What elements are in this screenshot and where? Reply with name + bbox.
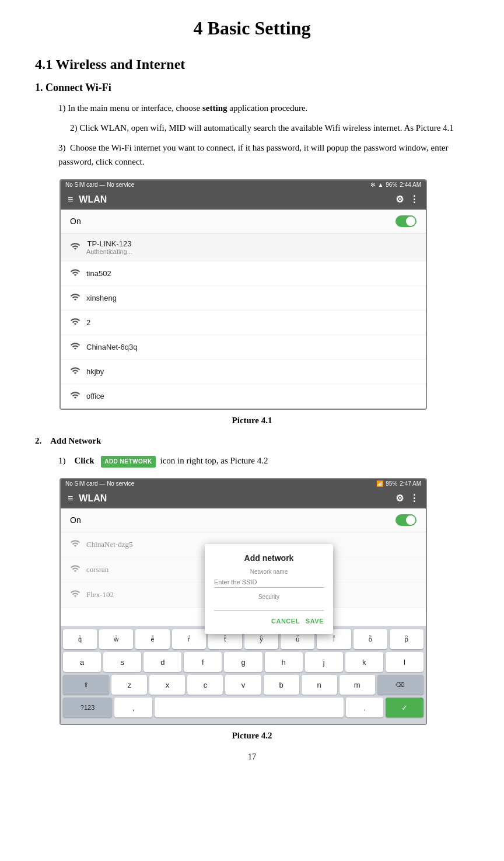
kb-key-b[interactable]: b [264, 675, 299, 695]
picture1-container: No SIM card — No service ✻ ▲ 96% 2:44 AM… [35, 179, 469, 412]
menu-icon-2: ≡ [68, 493, 73, 504]
network-item-1[interactable]: tina502 [61, 262, 426, 286]
app-bar-left-2: ≡ WLAN [68, 493, 107, 504]
toggle-label-2: On [70, 515, 81, 525]
wifi-icon-1 [70, 267, 80, 280]
kb-key-d[interactable]: d [144, 652, 181, 672]
status-bar-2: No SIM card — No service 📶 95% 2:47 AM [61, 479, 426, 488]
kb-enter-key[interactable]: ✓ [386, 698, 424, 717]
kb-backspace-key[interactable]: ⌫ [377, 675, 424, 695]
network-name-1: tina502 [86, 269, 111, 278]
app-bar-2: ≡ WLAN ⚙ ⋮ [61, 488, 426, 508]
picture1-inner: No SIM card — No service ✻ ▲ 96% 2:44 AM… [60, 179, 427, 410]
network-name-3: 2 [86, 318, 90, 327]
picture1-caption: Picture 4.1 [35, 416, 469, 426]
dialog-cancel-button[interactable]: CANCEL [271, 618, 300, 625]
status-bar-1: No SIM card — No service ✻ ▲ 96% 2:44 AM [61, 180, 426, 189]
subsection1-title: 1. Connect Wi-Fi [35, 82, 469, 94]
kb-key-o[interactable]: 9o [354, 629, 387, 649]
kb-period-key[interactable]: . [346, 698, 384, 717]
click-label: Click [75, 456, 94, 465]
signal-icon: ▲ [377, 182, 383, 188]
toggle-switch-1[interactable] [396, 215, 416, 227]
wifi-lock-icon-4 [70, 341, 80, 353]
kb-key-m[interactable]: m [340, 675, 375, 695]
network-name-0: TP-LINK-123 [86, 239, 132, 248]
kb-key-l[interactable]: l [386, 652, 424, 672]
kb-key-e[interactable]: 3e [135, 629, 169, 649]
kb-num-switch-key[interactable]: ?123 [63, 698, 112, 717]
kb-row-3: ⇧ z x c v b n m ⌫ [63, 675, 424, 695]
kb-key-z[interactable]: z [111, 675, 147, 695]
picture2-inner: No SIM card — No service 📶 95% 2:47 AM ≡… [60, 478, 427, 725]
network-name-p2-1: corsran [86, 565, 108, 574]
step1-line: 1) In the main menu or interface, choose… [58, 101, 469, 115]
kb-key-a[interactable]: a [63, 652, 101, 672]
kb-key-p[interactable]: 0p [390, 629, 424, 649]
wifi-icon-0 [70, 241, 80, 253]
step1-rest: application procedure. [228, 103, 308, 113]
kb-key-s[interactable]: s [103, 652, 141, 672]
app-bar-right-2: ⚙ ⋮ [396, 493, 419, 504]
kb-space-key[interactable] [155, 698, 344, 717]
network-item-0[interactable]: TP-LINK-123 Authenticating... [61, 233, 426, 262]
wlan-toggle-row-2: On [61, 508, 426, 532]
kb-key-q[interactable]: 1q [63, 629, 97, 649]
network-sub-0: Authenticating... [86, 248, 132, 255]
network-name-2: xinsheng [86, 294, 117, 302]
network-item-3[interactable]: 2 [61, 311, 426, 335]
step-add-network: 1) Click ADD NETWORK icon in right top, … [58, 454, 469, 468]
kb-key-n[interactable]: n [302, 675, 337, 695]
add-network-dialog: Add network Network name Security CANCEL… [205, 544, 333, 634]
kb-comma-key[interactable]: , [114, 698, 152, 717]
network-name-p2-0: ChinaNet-dzg5 [86, 540, 132, 549]
wifi-status-icon: 📶 [376, 480, 383, 487]
network-name-p2-2: Flex-102 [86, 590, 114, 599]
wifi-lock-icon-2 [70, 292, 80, 304]
kb-key-x[interactable]: x [149, 675, 185, 695]
network-item-6[interactable]: office [61, 384, 426, 409]
kb-row-2: a s d f g h j k l [63, 652, 424, 672]
status-right-1: ✻ ▲ 96% 2:44 AM [370, 182, 421, 188]
kb-key-f[interactable]: f [184, 652, 222, 672]
wlan-toggle-row-1: On [61, 210, 426, 233]
app-bar-left-1: ≡ WLAN [68, 194, 107, 205]
app-title-2: WLAN [79, 493, 107, 504]
status-left-1: No SIM card — No service [65, 182, 134, 188]
kb-key-v[interactable]: v [225, 675, 261, 695]
network-item-2[interactable]: xinsheng [61, 286, 426, 311]
kb-key-g[interactable]: g [224, 652, 262, 672]
toggle-switch-2[interactable] [396, 514, 416, 526]
network-item-4[interactable]: ChinaNet-6q3q [61, 335, 426, 360]
step3-text: Choose the Wi-Fi internet you want to co… [58, 143, 448, 166]
picture1-screenshot: No SIM card — No service ✻ ▲ 96% 2:44 AM… [60, 179, 444, 410]
battery-icon: 96% [386, 182, 397, 188]
network-list-1: TP-LINK-123 Authenticating... tina502 xi… [61, 233, 426, 409]
network-item-5[interactable]: hkjby [61, 360, 426, 384]
kb-key-c[interactable]: c [187, 675, 223, 695]
picture2-caption: Picture 4.2 [35, 731, 469, 741]
network-name-4: ChinaNet-6q3q [86, 343, 137, 351]
kb-row-4: ?123 , . ✓ [63, 698, 424, 717]
kb-key-j[interactable]: j [305, 652, 343, 672]
time-1: 2:44 AM [400, 182, 421, 188]
dialog-ssid-input[interactable] [214, 577, 324, 588]
wifi-lock-p2-0 [70, 538, 80, 551]
kb-shift-key[interactable]: ⇧ [63, 675, 109, 695]
kb-key-w[interactable]: 2w [99, 629, 133, 649]
settings-icon-2: ⚙ [396, 493, 404, 504]
dialog-actions: CANCEL SAVE [214, 618, 324, 625]
kb-key-k[interactable]: k [345, 652, 383, 672]
dialog-title: Add network [214, 553, 324, 563]
dialog-save-button[interactable]: SAVE [306, 618, 324, 625]
add-network-button[interactable]: ADD NETWORK [101, 456, 156, 468]
dialog-overlay: ChinaNet-dzg5 corsran Flex-102 [61, 532, 426, 626]
kb-key-r[interactable]: 4r [172, 629, 206, 649]
subsection2-header: 2. Add Network [35, 434, 469, 448]
section-title: 4.1 Wireless and Internet [35, 57, 469, 72]
subsection2-title: Add Network [50, 436, 101, 445]
kb-key-h[interactable]: h [265, 652, 303, 672]
toggle-label-1: On [70, 217, 81, 226]
wifi-lock-icon-5 [70, 365, 80, 378]
dialog-label2: Security [214, 594, 324, 600]
